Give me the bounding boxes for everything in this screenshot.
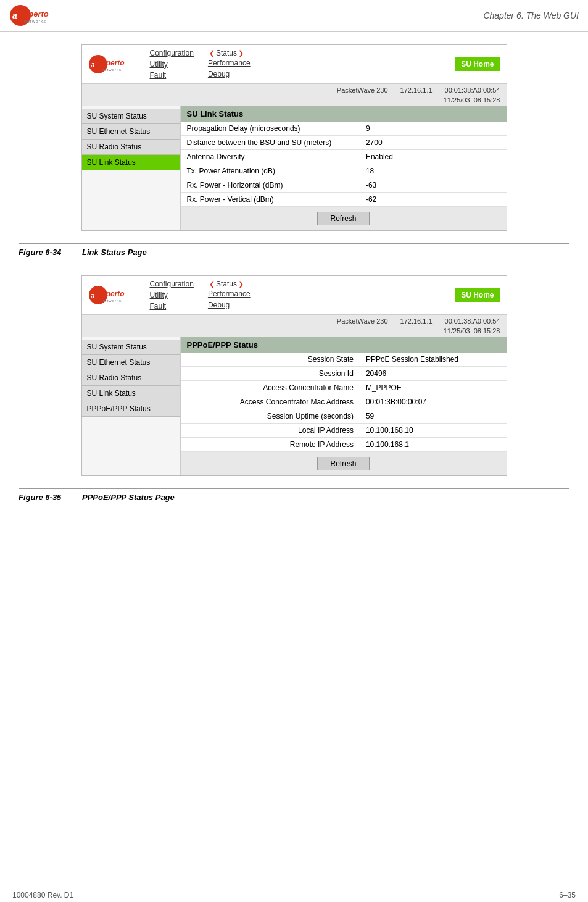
config-link-2[interactable]: Configuration (150, 278, 194, 290)
figure2-sidebar: SU System Status SU Ethernet Status SU R… (82, 337, 181, 475)
row-value: M_PPPOE (360, 381, 507, 395)
figure1-caption: Figure 6-34 Link Status Page (19, 243, 569, 257)
table-row: Access Concentrator Mac Address00:01:3B:… (181, 395, 507, 409)
svg-text:aperto: aperto (102, 59, 125, 67)
row-label: Session Id (181, 367, 360, 381)
figure2-refresh-button[interactable]: Refresh (317, 457, 369, 470)
sidebar-item-radio-1[interactable]: SU Radio Status (82, 140, 180, 155)
ip-label-1: 172.16.1.1 (400, 86, 433, 94)
date-label-1: 11/25/03 (444, 96, 470, 104)
sidebar-item-radio-2[interactable]: SU Radio Status (82, 370, 180, 386)
row-label: Antenna Diversity (181, 150, 360, 164)
figure1-logo: a aperto networks (88, 48, 138, 81)
row-value: 18 (360, 164, 507, 178)
row-value: 9 (360, 122, 507, 136)
figure2-title: PPPoE/PPP Status Page (82, 493, 175, 502)
debug-link-1[interactable]: Debug (208, 69, 251, 80)
figure2-content: PPPoE/PPP Status Session StatePPPoE Sess… (181, 337, 507, 475)
status-arrow-1: ❮ (209, 49, 215, 57)
figure2-table: Session StatePPPoE Session EstablishedSe… (181, 353, 507, 452)
status-label-2: ❮ Status ❯ (208, 280, 251, 288)
figure1-content-header: SU Link Status (181, 106, 507, 122)
sidebar-item-ethernet-1[interactable]: SU Ethernet Status (82, 124, 180, 140)
figure1-info-row: PacketWave 230 172.16.1.1 00:01:38:A0:00… (82, 84, 507, 96)
row-value: Enabled (360, 150, 507, 164)
device-label-2: PacketWave 230 (337, 317, 388, 325)
status-text-2: Status (216, 280, 237, 288)
sidebar-item-ethernet-2[interactable]: SU Ethernet Status (82, 355, 180, 370)
sidebar-item-system-1[interactable]: SU System Status (82, 109, 180, 124)
svg-text:aperto: aperto (102, 290, 125, 298)
table-row: Rx. Power - Horizontal (dBm)-63 (181, 178, 507, 193)
su-home-button-2[interactable]: SU Home (455, 288, 500, 302)
figure1-title: Link Status Page (82, 248, 147, 257)
figure1-screenshot: a aperto networks Configuration Utility … (81, 44, 507, 231)
figure1-main: SU System Status SU Ethernet Status SU R… (82, 106, 507, 230)
status-label-1: ❮ Status ❯ (208, 49, 251, 57)
figure1-refresh-button[interactable]: Refresh (317, 212, 369, 225)
figure2-main: SU System Status SU Ethernet Status SU R… (82, 337, 507, 475)
performance-link-1[interactable]: Performance (208, 57, 251, 69)
figure1-navbar: a aperto networks Configuration Utility … (82, 45, 507, 84)
nav-divider-1 (204, 50, 204, 78)
row-value: 2700 (360, 136, 507, 150)
ip-label-2: 172.16.1.1 (400, 317, 433, 325)
row-label: Access Concentrator Name (181, 381, 360, 395)
sidebar-item-system-2[interactable]: SU System Status (82, 340, 180, 355)
figure2-navbar: a aperto networks Configuration Utility … (82, 276, 507, 315)
sidebar-item-link-1[interactable]: SU Link Status (82, 155, 180, 170)
status-arrow-right-1: ❯ (238, 49, 244, 57)
footer-left: 10004880 Rev. D1 (12, 891, 73, 900)
logo-area: a aperto networks (9, 3, 65, 28)
row-label: Distance between the BSU and SU (meters) (181, 136, 360, 150)
status-text-1: Status (216, 49, 237, 57)
config-link-1[interactable]: Configuration (150, 48, 194, 59)
sidebar-item-link-2[interactable]: SU Link Status (82, 386, 180, 401)
figure2-logo: a aperto networks (88, 278, 138, 312)
row-label: Access Concentrator Mac Address (181, 395, 360, 409)
mac-label-2: 00:01:38:A0:00:54 (445, 317, 500, 325)
row-value: 10.100.168.10 (360, 424, 507, 438)
svg-text:networks: networks (102, 68, 122, 72)
row-label: Rx. Power - Horizontal (dBm) (181, 178, 360, 193)
fault-link-1[interactable]: Fault (150, 70, 194, 81)
figure1-info-row2: 11/25/03 08:15:28 (82, 96, 507, 106)
figure2-status-links: ❮ Status ❯ Performance Debug (208, 278, 251, 312)
row-label: Session State (181, 353, 360, 367)
row-value: -62 (360, 193, 507, 207)
row-label: Rx. Power - Vertical (dBm) (181, 193, 360, 207)
row-label: Local IP Address (181, 424, 360, 438)
status-arrow-2: ❮ (209, 280, 215, 288)
debug-link-2[interactable]: Debug (208, 299, 251, 311)
performance-link-2[interactable]: Performance (208, 288, 251, 299)
footer-right: 6–35 (559, 891, 576, 900)
nav-logo-2: a aperto networks (88, 284, 138, 306)
row-value: -63 (360, 178, 507, 193)
row-value: 00:01:3B:00:00:07 (360, 395, 507, 409)
su-home-button-1[interactable]: SU Home (455, 57, 500, 71)
date-label-2: 11/25/03 (444, 327, 470, 335)
figure1-num: Figure 6-34 (19, 248, 61, 257)
table-row: Propagation Delay (microseconds)9 (181, 122, 507, 136)
time-label-2: 08:15:28 (474, 327, 500, 335)
table-row: Remote IP Address10.100.168.1 (181, 438, 507, 452)
row-value: 20496 (360, 367, 507, 381)
svg-text:a: a (91, 61, 95, 69)
figure1-nav-links: Configuration Utility Fault (150, 48, 194, 81)
table-row: Session Uptime (seconds)59 (181, 409, 507, 424)
sidebar-item-pppoe-2[interactable]: PPPoE/PPP Status (82, 401, 180, 417)
table-row: Antenna DiversityEnabled (181, 150, 507, 164)
figure2-info-row2: 11/25/03 08:15:28 (82, 327, 507, 337)
status-arrow-right-2: ❯ (238, 280, 244, 288)
page-body: a aperto networks Configuration Utility … (0, 32, 588, 533)
utility-link-2[interactable]: Utility (150, 290, 194, 301)
svg-text:a: a (91, 291, 95, 300)
table-row: Distance between the BSU and SU (meters)… (181, 136, 507, 150)
figure2-caption: Figure 6-35 PPPoE/PPP Status Page (19, 488, 569, 502)
figure1-table: Propagation Delay (microseconds)9Distanc… (181, 122, 507, 207)
utility-link-1[interactable]: Utility (150, 59, 194, 70)
row-value: 59 (360, 409, 507, 424)
fault-link-2[interactable]: Fault (150, 301, 194, 312)
row-label: Tx. Power Attenuation (dB) (181, 164, 360, 178)
figure2-refresh-row: Refresh (181, 452, 507, 475)
